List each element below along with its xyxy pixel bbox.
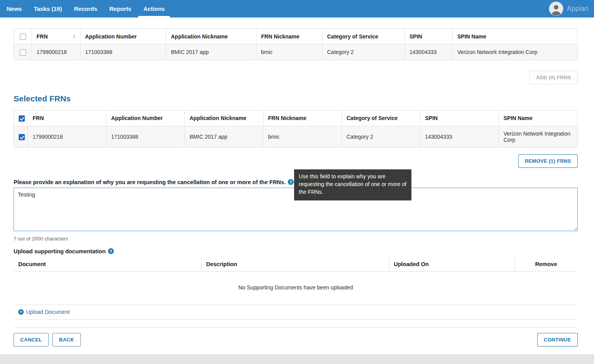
available-frns-header-row: FRN ↑ Application Number Application Nic… [14, 29, 578, 44]
upload-help-icon[interactable]: ? [108, 248, 114, 254]
selected-header-frn-nickname: FRN Nickname [263, 110, 342, 126]
nav-items: News Tasks (19) Records Reports Actions [0, 0, 170, 17]
cell-spin-name: Verizon Network Integration Corp [453, 44, 578, 60]
remove-frns-button[interactable]: REMOVE (1) FRNS [518, 154, 578, 168]
selected-cell-frn-nickname: bmic [263, 126, 342, 147]
nav-item-records[interactable]: Records [69, 0, 102, 17]
nav-user-area: Appian [549, 2, 594, 16]
header-category-of-service: Category of Service [322, 29, 405, 44]
user-avatar-icon[interactable] [549, 2, 563, 16]
continue-button[interactable]: CONTINUE [537, 333, 578, 347]
appian-brand-label: Appian [567, 5, 589, 13]
add-frns-button[interactable]: ADD (0) FRNS [530, 71, 578, 84]
explanation-label: Please provide an explanation of why you… [14, 179, 286, 185]
selected-select-all-header-cell [14, 110, 28, 126]
selected-header-frn: FRN [28, 110, 106, 126]
row-checkbox[interactable] [20, 49, 26, 56]
top-nav: News Tasks (19) Records Reports Actions … [0, 0, 594, 17]
selected-frns-header-row: FRN Application Number Application Nickn… [14, 110, 578, 126]
selected-cell-application-nickname: BMIC 2017 app [185, 126, 263, 147]
selected-cell-application-number: 171003388 [106, 126, 185, 147]
upload-table-header-row: Document Description Uploaded On Remove [14, 257, 578, 272]
nav-item-tasks[interactable]: Tasks (19) [29, 0, 67, 17]
plus-circle-icon: + [18, 309, 24, 315]
person-icon [550, 3, 563, 16]
cell-spin: 143004333 [405, 44, 453, 60]
header-frn-nickname: FRN Nickname [256, 29, 322, 44]
header-application-number: Application Number [80, 29, 166, 44]
selected-header-category-of-service: Category of Service [342, 110, 420, 126]
upload-header-uploaded-on: Uploaded On [389, 257, 514, 272]
upload-documentation-label: Upload supporting documentation [14, 248, 106, 254]
selected-header-application-nickname: Application Nickname [185, 110, 263, 126]
selected-frn-row: 1799000218 171003388 BMIC 2017 app bmic … [14, 126, 578, 147]
footer-divider [14, 327, 578, 327]
character-counter: 7 out of 2000 characters [14, 236, 578, 242]
selected-frns-title: Selected FRNs [14, 94, 578, 103]
upload-documents-table: Document Description Uploaded On Remove … [14, 257, 578, 320]
upload-empty-message: No Supporting Documents have been upload… [14, 271, 578, 305]
select-all-checkbox[interactable] [20, 33, 26, 40]
upload-empty-row: No Supporting Documents have been upload… [14, 271, 578, 305]
selected-header-spin-name: SPIN Name [499, 110, 578, 126]
selected-frns-table: FRN Application Number Application Nickn… [14, 110, 578, 148]
nav-item-reports[interactable]: Reports [104, 0, 136, 17]
upload-label-row: Upload supporting documentation ? [14, 248, 578, 254]
header-spin: SPIN [405, 29, 453, 44]
upload-header-description: Description [201, 257, 389, 272]
sort-ascending-icon[interactable]: ↑ [73, 33, 75, 40]
footer-button-bar: CANCEL BACK CONTINUE [14, 333, 578, 347]
nav-item-news[interactable]: News [2, 0, 27, 17]
cell-category-of-service: Category 2 [322, 44, 405, 60]
available-frn-row: 1799000218 171003388 BMIC 2017 app bmic … [14, 44, 578, 60]
row-checkbox-cell [14, 44, 32, 60]
selected-cell-frn: 1799000218 [28, 126, 106, 147]
selected-row-checkbox-cell [14, 126, 28, 147]
select-all-header-cell [14, 29, 32, 44]
upload-header-remove: Remove [514, 257, 578, 272]
selected-select-all-checkbox[interactable] [19, 115, 25, 122]
nav-item-actions[interactable]: Actions [138, 0, 170, 17]
back-button[interactable]: BACK [52, 333, 81, 347]
available-frns-table: FRN ↑ Application Number Application Nic… [14, 28, 578, 60]
header-application-nickname: Application Nickname [166, 29, 256, 44]
upload-document-link[interactable]: + Upload Document [18, 309, 70, 315]
cell-frn: 1799000218 [32, 44, 80, 60]
upload-document-link-label: Upload Document [26, 309, 70, 315]
selected-header-spin: SPIN [420, 110, 499, 126]
selected-cell-spin-name: Verizon Network Integration Corp [499, 126, 578, 147]
selected-cell-spin: 143004333 [420, 126, 499, 147]
upload-header-document: Document [14, 257, 201, 272]
selected-row-checkbox[interactable] [19, 134, 25, 140]
cell-frn-nickname: bmic [256, 44, 322, 60]
upload-link-row: + Upload Document [14, 305, 578, 319]
cell-application-nickname: BMIC 2017 app [166, 44, 256, 60]
header-frn[interactable]: FRN ↑ [32, 29, 80, 44]
header-frn-label: FRN [37, 33, 48, 40]
help-tooltip: Use this field to explain why you are re… [294, 169, 411, 200]
selected-header-application-number: Application Number [106, 110, 185, 126]
cancel-button[interactable]: CANCEL [14, 333, 49, 347]
explanation-help-icon[interactable]: ? [288, 179, 294, 185]
header-spin-name: SPIN Name [453, 29, 578, 44]
cell-application-number: 171003388 [80, 44, 166, 60]
selected-cell-category-of-service: Category 2 [342, 126, 420, 147]
